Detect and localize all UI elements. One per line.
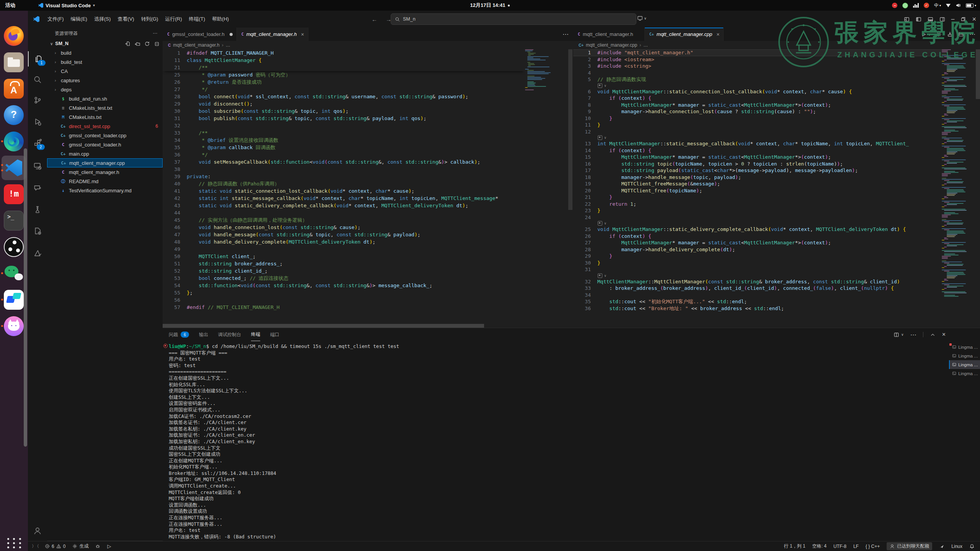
activitybar-testing[interactable] (28, 202, 47, 217)
code-line-30[interactable]: 30} (573, 260, 942, 267)
code-line-36[interactable]: 36 std::cout << "Broker地址: " << broker_a… (573, 305, 942, 312)
menu-终端T[interactable]: 终端(T) (185, 11, 209, 28)
code-line-32[interactable]: 32MqttClientManager::MqttClientManager(c… (573, 278, 942, 285)
ai-suggestion-row[interactable]: ∨ (573, 273, 942, 278)
close-icon[interactable]: × (972, 15, 976, 23)
code-line-5[interactable]: 5// 静态回调函数实现 (573, 76, 942, 83)
code-line-29[interactable]: 29 } (573, 253, 942, 260)
tree-file-CMakeLists.txt[interactable]: MCMakeLists.txt (47, 112, 163, 122)
code-line-48[interactable]: 48 void handle_delivery_complete(MQTTCli… (163, 238, 525, 245)
status-debug[interactable] (95, 544, 100, 549)
code-line-52[interactable]: 52 std::string client_id_; (163, 267, 525, 275)
layout-secondary-sidebar-icon[interactable] (939, 16, 945, 22)
code-line-37[interactable]: 37 void setMessageCallback(std::function… (163, 158, 525, 166)
status-chat-quota[interactable]: 已达到聊天配额 (887, 542, 932, 550)
code-line-39[interactable]: 39private: (163, 173, 525, 180)
system-monitor-icon[interactable] (913, 3, 919, 8)
dock-item-help[interactable]: ? (4, 105, 24, 125)
status-lingma[interactable] (939, 544, 944, 549)
code-line-30[interactable]: 30 bool subscribe(const std::string& top… (163, 107, 525, 115)
tree-file-mqtt_client_manager.cpp[interactable]: C+mqtt_client_manager.cpp (47, 158, 163, 167)
status-indent[interactable]: 空格: 4 (812, 543, 827, 549)
code-line-7[interactable]: 7 if (context) { (573, 95, 942, 102)
code-line-31[interactable]: 31 bool publish(const std::string& topic… (163, 115, 525, 122)
code-line-15[interactable]: 15 MqttClientManager* manager = static_c… (573, 154, 942, 161)
code-line-57[interactable]: 57#endif // MQTT_CLIENT_MANAGER_H (163, 304, 525, 311)
dock-scroll-strip[interactable] (24, 148, 27, 447)
code-line-27[interactable]: 27 MqttClientManager* manager = static_c… (573, 239, 942, 246)
minimize-icon[interactable]: – (951, 16, 955, 23)
terminal-tab-item[interactable]: Lingma Ag… (949, 360, 980, 369)
dock-item-edge[interactable] (4, 132, 24, 151)
activitybar-design-tool[interactable] (28, 245, 47, 261)
code-line-12[interactable]: 12 (573, 128, 942, 135)
refresh-icon[interactable] (144, 41, 150, 47)
activitybar-source-control[interactable] (28, 93, 47, 108)
dock-item-tencent-meeting[interactable] (4, 290, 24, 310)
code-line-1[interactable]: 1#include "mqtt_client_manager.h" (573, 49, 942, 56)
code-line-40[interactable]: 40 // 静态回调函数（供Paho库调用） (163, 180, 525, 187)
code-line-28[interactable]: 28 bool connect(void* ssl_context, const… (163, 93, 525, 100)
code-line-2[interactable]: 2#include <iostream> (573, 56, 942, 63)
activitybar-explorer[interactable]: 1 (28, 51, 48, 67)
status-encoding[interactable]: UTF-8 (833, 544, 846, 549)
more-actions-icon[interactable]: ⋯ (153, 31, 157, 36)
tab-mqtt_client_manager.h[interactable]: Cmqtt_client_manager.h× (237, 28, 308, 41)
app-window-menu[interactable]: Visual Studio Code ▾ (38, 3, 95, 8)
code-line-22[interactable]: 22 return 1; (573, 201, 942, 208)
tree-file-gmssl_context_loader.cpp[interactable]: C+gmssl_context_loader.cpp (47, 131, 163, 140)
code-line-20[interactable]: 20 MQTTClient_free(topicName); (573, 187, 942, 194)
code-line-21[interactable]: 21 /** (163, 64, 525, 71)
tree-file-README.md[interactable]: ⓘREADME.md (47, 177, 163, 186)
code-line-56[interactable]: 56 (163, 296, 525, 304)
status-cursor[interactable]: 行 1，列 1 (784, 543, 806, 549)
code-line-32[interactable]: 32 (163, 122, 525, 129)
code-line-41[interactable]: 41 static void static_connection_lost_ca… (163, 187, 525, 195)
code-line-50[interactable]: 50 MQTTClient client_; (163, 253, 525, 260)
code-line-10[interactable]: 10 } (573, 115, 942, 122)
gear-icon[interactable] (936, 31, 942, 37)
split-terminal-icon[interactable] (894, 332, 899, 338)
chevron-down-icon[interactable]: ∨ (928, 33, 931, 36)
code-line-53[interactable]: 53 bool connected_; // 追踪连接状态 (163, 275, 525, 282)
minimap[interactable] (942, 49, 975, 311)
code-line-43[interactable]: 43 static void static_delivery_complete_… (163, 202, 525, 209)
code-line-38[interactable]: 38 (163, 166, 525, 173)
code-line-54[interactable]: 54 std::function<void(const std::string&… (163, 282, 525, 289)
system-tray[interactable]: –✓中▾▾ (892, 0, 976, 11)
tree-folder-captures[interactable]: ›captures (47, 76, 163, 85)
clock[interactable]: 12月17日 14:41 (470, 0, 510, 11)
more-actions-icon[interactable]: ⋯ (969, 31, 975, 38)
dnd-icon[interactable]: – (892, 3, 897, 8)
menu-帮助H[interactable]: 帮助(H) (209, 11, 232, 28)
code-line-45[interactable]: 45 // 实例方法（由静态回调调用，处理业务逻辑） (163, 216, 525, 224)
code-line-33[interactable]: 33 : broker_address_(broker_address), cl… (573, 285, 942, 292)
code-line-35[interactable]: 35 std::cout << "初始化MQTT客户端..." << std::… (573, 298, 942, 305)
collapse-all-icon[interactable] (154, 41, 160, 47)
status-eol[interactable]: LF (853, 544, 859, 549)
code-line-44[interactable]: 44 (163, 209, 525, 216)
dock-item-terminal[interactable]: >_ (4, 211, 24, 231)
ai-suggestion-row[interactable]: ∨ (573, 83, 942, 88)
code-line-11[interactable]: 11} (573, 122, 942, 128)
status-os[interactable]: Linux (951, 544, 962, 549)
tree-file-direct_ssl_test.cpp[interactable]: C+direct_ssl_test.cpp6 (47, 122, 163, 131)
security-shield-icon[interactable]: ✓ (924, 3, 929, 8)
code-line-31[interactable]: 31 (573, 266, 942, 273)
activitybar-remote-explorer[interactable] (28, 158, 47, 174)
minimap[interactable] (525, 49, 565, 311)
activities-button[interactable]: 活动 (0, 2, 21, 9)
code-line-23[interactable]: 23} (573, 207, 942, 214)
tree-root[interactable]: ∨ SM_N (47, 39, 163, 48)
code-line-26[interactable]: 26 * @return 是否连接成功 (163, 78, 525, 86)
vertical-scrollbar[interactable] (976, 49, 980, 99)
battery-icon[interactable]: ▾ (966, 3, 976, 8)
menu-查看V[interactable]: 查看(V) (114, 11, 137, 28)
status-run[interactable]: ▷ (107, 543, 111, 549)
show-applications-button[interactable] (7, 535, 22, 551)
panel-tab-调试控制台[interactable]: 调试控制台 (218, 328, 241, 341)
run-file-icon[interactable] (921, 32, 926, 37)
tree-folder-build[interactable]: ›build (47, 48, 163, 57)
tree-file-TestVerificationSummary.md[interactable]: ↓TestVerificationSummary.md (47, 186, 163, 195)
menu-选择S[interactable]: 选择(S) (91, 11, 114, 28)
